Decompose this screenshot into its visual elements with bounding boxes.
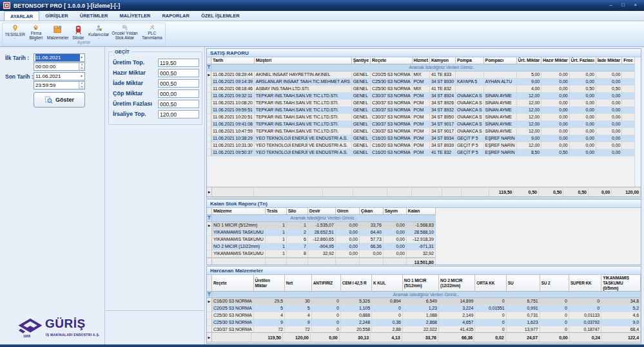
iade-miktar-field[interactable] <box>158 79 199 88</box>
iade-miktar-label: İade Miktar <box>113 79 158 88</box>
table-row[interactable]: 11.06.2021 10:20:51TEPKAR INS.TAAH.SAN.V… <box>207 114 641 121</box>
table-row[interactable]: C25/30 S3 NORMA4400,88801,0882,14900,731… <box>207 312 641 319</box>
column-header[interactable]: Tarih <box>211 57 255 64</box>
satis-raporu-grid: TarihMüşteriŞantiyeReçeteHizmetKamyonPom… <box>207 57 641 156</box>
column-header[interactable]: CEM I 42,5 R <box>341 275 372 292</box>
close-button[interactable]: × <box>630 1 640 9</box>
filter-row[interactable]: Aramak İstediğiniz Verileri Giriniz.. <box>207 292 641 298</box>
column-header[interactable]: ORTA KK <box>475 275 506 292</box>
column-header[interactable]: Şantiye <box>352 57 371 64</box>
column-header[interactable]: Hizmet <box>413 57 430 64</box>
tab-maliyetler[interactable]: MALİYETLER <box>113 11 156 21</box>
time-spinner[interactable]: ▲▼ <box>79 63 84 70</box>
column-header[interactable]: SUPER KK <box>569 275 601 292</box>
column-header[interactable]: Net <box>285 275 312 292</box>
column-header[interactable]: Devir <box>308 208 336 215</box>
column-header[interactable]: NO 2 MICIR (12/22mm) <box>439 275 475 292</box>
table-cell: 33,76 <box>360 222 384 229</box>
column-header[interactable]: Ürt. Miktar <box>517 57 542 64</box>
goster-button[interactable]: Göster <box>34 92 85 108</box>
plc-tanimlama-button[interactable]: PLC Tanımlama <box>139 23 165 40</box>
irsaliye-top-field[interactable] <box>158 110 199 118</box>
column-header[interactable]: Ürt. Fazlası <box>570 57 596 64</box>
time-spinner[interactable]: ▲▼ <box>79 82 84 89</box>
column-header[interactable]: İade Miktar <box>596 57 622 64</box>
tab-ozel-islemler[interactable]: ÖZEL İŞLEMLER <box>195 11 246 21</box>
totals-cell: 30,13 <box>340 332 371 342</box>
tab-uretimler[interactable]: ÜRETİMLER <box>74 11 114 21</box>
table-row[interactable]: NO 2 MICIR (12/22mm)17-904,950,0066,360,… <box>207 243 436 250</box>
column-header[interactable]: NO 1 MICIR (5/12mm) <box>403 275 439 292</box>
minimize-button[interactable]: – <box>606 1 616 9</box>
column-header[interactable]: Reçete <box>371 57 413 64</box>
ilk-saat-field[interactable]: 00:00:00 ▲▼ <box>34 62 85 71</box>
uretim-fazlasi-field[interactable] <box>158 100 199 108</box>
restore-button[interactable]: □ <box>618 1 628 9</box>
tesisler-button[interactable]: TESİSLER - <box>4 23 26 40</box>
son-saat-field[interactable]: 23:59:59 ▲▼ <box>34 81 85 89</box>
table-row[interactable]: C25/30 S3 NORMA9902,2480,362,8684,65701,… <box>207 319 641 326</box>
table-row[interactable]: YIKANMAMIS TASKUMU16-12.860,650,0057,730… <box>207 236 436 243</box>
table-row[interactable]: NO 1 MICIR (5/12mm)11-1.535,070,0033,760… <box>207 222 436 229</box>
ilk-tarih-datepicker[interactable]: 11.06.2021 ▼ <box>34 53 85 62</box>
son-tarih-datepicker[interactable]: 11.06.2021 ▼ <box>34 72 85 80</box>
column-header[interactable]: Çıkan <box>360 208 384 215</box>
column-header[interactable]: SU 2 <box>540 275 569 292</box>
tab-ayarlar[interactable]: AYARLAR <box>4 11 39 21</box>
uretim-top-field[interactable] <box>158 59 199 67</box>
table-row[interactable]: 11.06.2021 09:50:37YEO TEKNOLOJİ ENERJİ … <box>207 149 641 156</box>
column-header[interactable]: Malzeme <box>212 208 266 215</box>
column-header[interactable]: Müşteri <box>255 57 352 64</box>
table-row[interactable]: 11.06.2021 09:41:08TEPKAR INS.TAAH.SAN.V… <box>207 121 641 128</box>
table-row[interactable]: C16/20 S3 NORMA29,53005,3260,8946,54914,… <box>207 298 641 305</box>
table-row[interactable]: 11.06.2021 10:31:30YEO TEKNOLOJİ ENERJİ … <box>207 142 641 149</box>
hazir-miktar-field[interactable] <box>158 69 199 77</box>
table-row[interactable]: 11.06.2021 09:32:11TEPKAR INS.TAAH.SAN.V… <box>207 93 641 100</box>
column-header[interactable]: YIKANMAMIS TASKUMU (0/5mm) <box>601 275 641 292</box>
column-header[interactable]: Reçete <box>212 275 254 292</box>
table-row[interactable]: 11.06.2021 09:59:51TEPKAR INS.TAAH.SAN.V… <box>207 107 641 114</box>
table-row[interactable]: 11.06.2021 10:08:20TEPKAR INS.TAAH.SAN.V… <box>207 100 641 107</box>
vertical-scrollbar[interactable] <box>634 57 641 187</box>
window-title: BETONSOFT PRO [ 1.0.0.0 ]-[İzleme]-[-] <box>14 3 120 9</box>
table-cell: GENEL <box>352 149 371 156</box>
tab-girisler[interactable]: GİRİŞLER <box>39 11 73 21</box>
onceki-yildan-stok-aktar-button[interactable]: Önceki Yıldan Stok Aktar <box>110 23 139 40</box>
column-header[interactable]: Silo <box>287 208 308 215</box>
cop-miktar-field[interactable] <box>158 89 199 98</box>
kullanicilar-button[interactable]: Kullanıcılar - <box>87 23 111 40</box>
column-header[interactable]: K KUL <box>372 275 403 292</box>
column-header[interactable]: Kamyon <box>430 57 456 64</box>
filter-row[interactable]: Aramak İstediğiniz Verileri Giriniz.. <box>207 64 641 71</box>
table-cell: 11.06.2021 09:32:11 <box>211 93 255 100</box>
table-row[interactable]: YIKANMAMIS TASKUMU1832,920,000,000,0032,… <box>207 250 436 258</box>
firma-bilgileri-button[interactable]: Firma Bilgileri <box>26 23 46 40</box>
table-row[interactable]: 11.06.2021 10:38:29YEO TEKNOLOJİ ENERJİ … <box>207 135 641 142</box>
column-header[interactable]: Tesis <box>266 208 287 215</box>
column-header[interactable]: Kalan <box>407 208 436 215</box>
column-header[interactable]: Hazır Miktar <box>542 57 569 64</box>
table-cell: POM <box>413 128 430 135</box>
totals-cell: 24,07 <box>506 332 540 342</box>
column-header[interactable]: Pompa <box>456 57 484 64</box>
column-header[interactable]: Sayım <box>384 208 407 215</box>
silolar-button[interactable]: Silolar <box>70 23 87 40</box>
column-header[interactable]: Pompacı <box>484 57 517 64</box>
column-header[interactable]: SU <box>507 275 540 292</box>
table-row[interactable]: 11.06.2021 08:18:46ASBAY INS.TAAH.LTD.ST… <box>207 86 641 93</box>
column-header[interactable]: Üretilen Miktar <box>254 275 285 292</box>
table-row[interactable]: YIKANMAMIS TASKUMU1228.652,510,0064,400,… <box>207 229 436 236</box>
malzemeler-button[interactable]: Malzemeler <box>46 23 70 40</box>
table-row[interactable]: 11.06.2021 08:29:44AKINEL INSAAT HAYRETT… <box>207 71 641 79</box>
tab-raporlar[interactable]: RAPORLAR <box>156 11 195 21</box>
table-cell: C30/37 S3 NORMA <box>371 107 413 114</box>
table-cell: TEPKAR INS.TAAH.SAN.VE TIC.LTD.STI. <box>255 121 352 128</box>
table-row[interactable]: C30/37 S3 NORMA7272020,5582,8822,02241,4… <box>207 326 641 332</box>
table-cell: ARSLANLAR INSAAT TAAH.TIC.MEHMET ARS <box>255 79 352 86</box>
table-row[interactable]: 11.06.2021 09:14:39ARSLANLAR INSAAT TAAH… <box>207 79 641 86</box>
table-row[interactable]: 11.06.2021 10:47:59TEPKAR INS.TAAH.SAN.V… <box>207 128 641 135</box>
column-header[interactable]: ANTIFIRIZ <box>312 275 341 292</box>
column-header[interactable]: Giren <box>336 208 360 215</box>
filter-row[interactable]: Aramak İstediğiniz Verileri Giriniz.. <box>207 215 436 222</box>
table-row[interactable]: C20/25 S3 NORMA5501,10501,233,2240,01551… <box>207 305 641 312</box>
